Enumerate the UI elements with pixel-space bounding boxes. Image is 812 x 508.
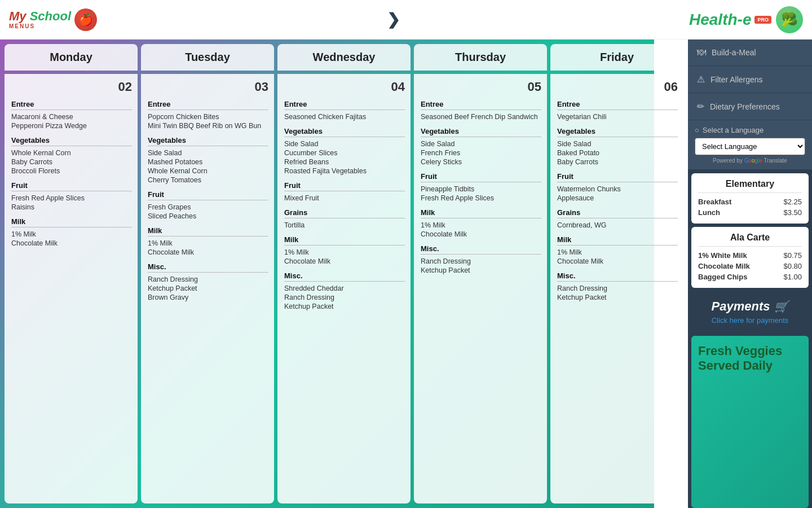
menu-item: Vegetarian Chili <box>557 112 678 121</box>
day-col-tuesday: 03EntreePopcorn Chicken BitesMini Twin B… <box>141 74 274 503</box>
menu-item: Fresh Red Apple Slices <box>11 194 132 203</box>
calendar: Monday Tuesday Wednesday Thursday Friday… <box>0 40 688 508</box>
logo-menus: MENUS <box>9 23 71 29</box>
menu-item: Chocolate Milk <box>284 257 405 266</box>
section-title-entree: Entree <box>284 100 405 110</box>
section-title-milk: Milk <box>148 226 268 237</box>
section-title-entree: Entree <box>148 100 268 110</box>
day-col-monday: 02EntreeMacaroni & CheesePepperoni Pizza… <box>5 74 138 503</box>
breakfast-price-row: Breakfast $2.25 <box>698 196 802 207</box>
section-title-misc-: Misc. <box>557 271 678 282</box>
language-section: ○ Select a Language Select Language Span… <box>688 120 812 170</box>
build-a-meal-button[interactable]: 🍽 Build-a-Meal <box>688 40 812 66</box>
menu-item: Ranch Dressing <box>421 257 541 266</box>
menu-item: Whole Kernal Corn <box>11 148 132 157</box>
section-title-misc-: Misc. <box>148 262 268 273</box>
menu-item: Macaroni & Cheese <box>11 112 132 121</box>
day-num-thursday: 05 <box>421 80 541 94</box>
payments-card[interactable]: Payments 🛒 Click here for payments <box>691 291 809 332</box>
menu-item: Whole Kernal Corn <box>148 167 268 176</box>
day-header-thursday: Thursday <box>414 44 547 71</box>
logo-school: School <box>30 9 71 23</box>
menu-item: Mini Twin BBQ Beef Rib on WG Bun <box>148 121 268 130</box>
lunch-price-row: Lunch $3.50 <box>698 207 802 218</box>
menu-item: Pineapple Tidbits <box>421 185 541 194</box>
section-title-vegetables: Vegetables <box>11 136 132 146</box>
day-headers: Monday Tuesday Wednesday Thursday Friday <box>5 44 683 71</box>
menu-item: Side Salad <box>148 148 268 157</box>
logo-left: My School MENUS 🍎 <box>9 8 97 31</box>
veggies-sub: Served Daily <box>698 358 802 373</box>
menu-item: Side Salad <box>421 139 541 148</box>
menu-item: Ranch Dressing <box>284 293 405 302</box>
menu-item: 1% Milk <box>148 239 268 248</box>
menu-item: Chocolate Milk <box>11 239 132 248</box>
menu-item: Roasted Fajita Vegetables <box>284 167 405 176</box>
section-title-vegetables: Vegetables <box>421 127 541 137</box>
pro-badge: PRO <box>754 16 771 24</box>
menu-item: Applesauce <box>557 194 678 203</box>
menu-item: Ranch Dressing <box>557 284 678 293</box>
veggies-card: Fresh Veggies Served Daily <box>691 336 809 508</box>
menu-item: 1% Milk <box>421 221 541 230</box>
day-num-wednesday: 04 <box>284 80 405 94</box>
main-area: Monday Tuesday Wednesday Thursday Friday… <box>0 40 812 508</box>
section-title-milk: Milk <box>11 217 132 227</box>
menu-item: 1% Milk <box>11 230 132 239</box>
day-col-wednesday: 04EntreeSeasoned Chicken FajitasVegetabl… <box>277 74 411 503</box>
menu-item: Baby Carrots <box>557 157 678 167</box>
day-col-thursday: 05EntreeSeasoned Beef French Dip Sandwic… <box>414 74 547 503</box>
menu-item: Baked Potato <box>557 148 678 157</box>
breakfast-label: Breakfast <box>698 198 731 206</box>
section-title-vegetables: Vegetables <box>284 127 405 137</box>
breakfast-price: $2.25 <box>783 198 802 206</box>
build-meal-icon: 🍽 <box>697 47 706 58</box>
logo-my: My <box>9 9 30 23</box>
section-title-fruit: Fruit <box>11 181 132 191</box>
section-title-vegetables: Vegetables <box>148 136 268 146</box>
menu-item: Popcorn Chicken Bites <box>148 112 268 121</box>
menu-item: Cornbread, WG <box>557 221 678 230</box>
menu-item: Refried Beans <box>284 157 405 167</box>
day-num-tuesday: 03 <box>148 80 268 94</box>
ala-carte-rows: 1% White Milk$0.75Chocolate Milk$0.80Bag… <box>698 250 802 282</box>
filter-allergens-button[interactable]: ⚠ Filter Allergens <box>688 66 812 93</box>
dietary-prefs-button[interactable]: ✏ Dietary Preferences <box>688 93 812 120</box>
menu-item: Brown Gravy <box>148 293 268 302</box>
section-title-fruit: Fruit <box>148 190 268 200</box>
powered-by: Powered by Google Translate <box>695 157 805 164</box>
lang-circle-icon: ○ <box>695 126 699 134</box>
language-select[interactable]: Select Language Spanish French <box>695 138 805 155</box>
section-title-misc-: Misc. <box>284 271 405 282</box>
day-header-wednesday: Wednesday <box>277 44 411 71</box>
ala-carte-item-price: $0.80 <box>783 262 802 270</box>
menu-item: Mixed Fruit <box>284 194 405 203</box>
payments-link[interactable]: Click here for payments <box>698 316 802 325</box>
ala-carte-item-row: Chocolate Milk$0.80 <box>698 261 802 271</box>
section-title-entree: Entree <box>421 100 541 110</box>
section-title-milk: Milk <box>421 208 541 218</box>
menu-item: Tortilla <box>284 221 405 230</box>
section-title-milk: Milk <box>284 235 405 246</box>
ala-carte-item-label: Chocolate Milk <box>698 262 750 270</box>
chevron-icon[interactable]: ❯ <box>387 10 400 29</box>
header: My School MENUS 🍎 ❯ Health-e PRO 🥦 <box>0 0 812 40</box>
section-title-fruit: Fruit <box>557 172 678 182</box>
lang-label: ○ Select a Language <box>695 126 805 134</box>
menu-item: Ketchup Packet <box>148 284 268 293</box>
day-num-friday: 06 <box>557 80 678 94</box>
section-title-milk: Milk <box>557 235 678 246</box>
filter-allergens-label: Filter Allergens <box>710 75 763 84</box>
menu-item: Shredded Cheddar <box>284 284 405 293</box>
menu-item: Watermelon Chunks <box>557 185 678 194</box>
payments-label: Payments <box>712 299 770 314</box>
section-title-fruit: Fruit <box>421 172 541 182</box>
filter-allergens-icon: ⚠ <box>697 74 705 85</box>
day-col-friday: 06EntreeVegetarian ChiliVegetablesSide S… <box>550 74 683 503</box>
build-meal-label: Build-a-Meal <box>712 48 756 57</box>
logo-right: Health-e PRO 🥦 <box>689 6 803 33</box>
menu-item: Chocolate Milk <box>421 230 541 239</box>
section-title-fruit: Fruit <box>284 181 405 191</box>
payments-title: Payments 🛒 <box>698 299 802 314</box>
apple-icon: 🍎 <box>74 8 97 31</box>
